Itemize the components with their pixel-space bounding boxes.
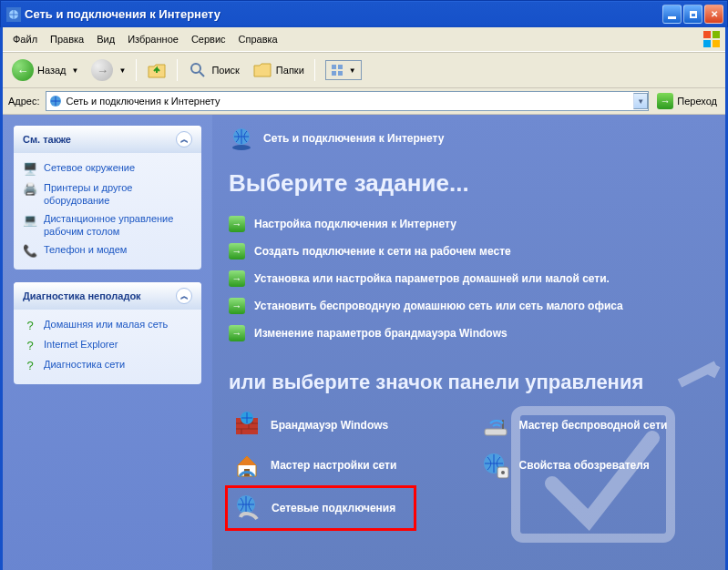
nav-forward-button[interactable]: → ▼ [86,56,131,85]
go-label: Переход [677,96,717,107]
svg-rect-10 [338,71,343,76]
task-list: →Настройка подключения к Интернету →Созд… [220,210,725,347]
folder-up-icon [147,60,167,80]
maximize-button[interactable] [683,5,702,24]
panel-troubleshoot: Диагностика неполадок ︽ ?Домашняя или ма… [14,282,201,384]
task-workplace-conn[interactable]: →Создать подключение к сети на рабочем м… [229,238,716,265]
window-buttons: ✕ [662,5,723,24]
link-ts-net-diag[interactable]: ?Диагностика сети [23,355,192,375]
menu-file[interactable]: Файл [6,32,44,46]
main-area: Сеть и подключения к Интернету Выберите … [212,115,725,570]
separator [136,59,137,81]
task-firewall-settings[interactable]: →Изменение параметров брандмауэра Window… [229,320,716,347]
watermark-icon [479,347,725,570]
tasks-pane: См. также ︽ 🖥️Сетевое окружение 🖨️Принте… [3,115,212,570]
cpl-firewall[interactable]: Брандмауэр Windows [229,407,468,443]
content: См. также ︽ 🖥️Сетевое окружение 🖨️Принте… [3,115,725,570]
chevron-down-icon: ▼ [118,66,126,75]
svg-rect-8 [338,65,343,69]
address-dropdown[interactable]: ▼ [633,93,648,109]
toolbar: ← Назад ▼ → ▼ Поиск Папки ▼ [3,52,725,87]
svg-rect-7 [332,65,336,69]
panel-header[interactable]: См. также ︽ [14,126,201,153]
menu-edit[interactable]: Правка [44,32,90,46]
address-value: Сеть и подключения к Интернету [67,96,634,107]
link-remote-desktop[interactable]: 💻Дистанционное управление рабочим столом [23,209,192,240]
globe-network-icon [229,126,254,151]
nav-back-button[interactable]: ← Назад ▼ [6,56,84,85]
nav-back-label: Назад [37,65,67,76]
menu-tools[interactable]: Сервис [185,32,232,46]
menubar: Файл Правка Вид Избранное Сервис Справка [3,27,725,52]
task-wireless-setup[interactable]: →Установить беспроводную домашнюю сеть и… [229,292,716,320]
close-button[interactable]: ✕ [704,5,723,24]
views-icon [331,64,343,76]
task-internet-setup[interactable]: →Настройка подключения к Интернету [229,210,716,238]
cpl-network-connections[interactable]: Сетевые подключения [233,494,408,523]
link-phone-modem[interactable]: 📞Телефон и модем [23,240,192,260]
arrow-icon: → [229,216,245,232]
address-bar: Адрес: Сеть и подключения к Интернету ▼ … [3,87,725,115]
category-title: Сеть и подключения к Интернету [263,132,444,145]
search-button[interactable]: Поиск [182,56,244,84]
svg-rect-4 [703,40,711,47]
menu-view[interactable]: Вид [90,32,121,46]
folders-icon [252,60,272,80]
arrow-icon: → [229,325,245,341]
svg-rect-2 [703,31,711,38]
arrow-icon: → [229,243,245,260]
search-icon [188,60,208,80]
go-button[interactable]: → Переход [652,91,722,111]
window-title: Сеть и подключения к Интернету [25,7,662,21]
svg-rect-3 [713,31,720,38]
link-printers[interactable]: 🖨️Принтеры и другое оборудование [23,178,192,209]
folders-button[interactable]: Папки [247,56,310,84]
go-arrow-icon: → [657,93,673,109]
svg-rect-5 [713,40,720,47]
category-header: Сеть и подключения к Интернету [220,115,725,151]
nav-up-button[interactable] [141,56,172,84]
views-button[interactable]: ▼ [320,56,367,84]
link-ts-ie[interactable]: ?Internet Explorer [23,335,192,355]
link-ts-home-net[interactable]: ?Домашняя или малая сеть [23,315,192,335]
menu-favorites[interactable]: Избранное [121,32,185,46]
panel-title: См. также [23,134,71,145]
svg-rect-9 [332,71,336,76]
network-connections-icon [233,494,262,523]
arrow-icon: → [229,270,245,287]
menu-help[interactable]: Справка [232,32,284,46]
collapse-icon[interactable]: ︽ [176,288,192,304]
address-label: Адрес: [6,96,42,107]
firewall-icon [232,411,261,440]
minimize-button[interactable] [662,5,682,24]
collapse-icon[interactable]: ︽ [176,131,192,148]
link-network-places[interactable]: 🖥️Сетевое окружение [23,158,192,178]
search-label: Поиск [211,65,239,76]
arrow-icon: → [229,298,245,314]
separator [314,59,315,81]
svg-point-14 [232,145,251,150]
titlebar: Сеть и подключения к Интернету ✕ [0,0,728,27]
control-panel-icon [48,94,63,108]
highlight-box: Сетевые подключения [225,485,416,531]
home-network-icon [232,451,261,480]
chevron-down-icon: ▼ [72,66,79,75]
heading-pick-task: Выберите задание... [229,169,716,198]
panel-see-also: См. также ︽ 🖥️Сетевое окружение 🖨️Принте… [14,126,201,270]
windows-flag-icon [702,29,722,49]
cpl-network-setup-wizard[interactable]: Мастер настройки сети [229,447,468,483]
svg-point-6 [191,64,200,73]
folders-label: Папки [276,65,304,76]
panel-header[interactable]: Диагностика неполадок ︽ [14,282,201,310]
control-panel-icon [6,7,21,22]
task-home-net-setup[interactable]: →Установка или настройка параметров дома… [229,265,716,292]
chevron-down-icon: ▼ [349,66,356,75]
address-input[interactable]: Сеть и подключения к Интернету ▼ [46,91,650,111]
separator [177,59,178,81]
panel-title: Диагностика неполадок [23,290,141,301]
